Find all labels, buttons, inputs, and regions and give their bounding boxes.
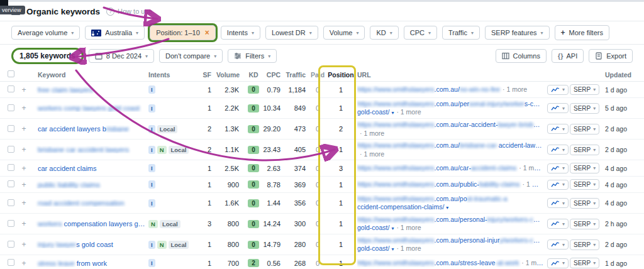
filter-chip-volume[interactable]: Volume▾	[323, 26, 365, 40]
position-history-button[interactable]: ▾	[547, 124, 569, 134]
keyword-link[interactable]: stress leave from work	[29, 260, 148, 267]
url-link-line2[interactable]: gold-coast/▾· 1 more	[357, 108, 543, 117]
url-link[interactable]: https://www.smithslawyers.com.au/persona…	[357, 236, 543, 244]
serp-button[interactable]: SERP ▾	[570, 198, 599, 209]
col-traffic[interactable]: Traffic	[286, 71, 311, 79]
export-button[interactable]: Export	[589, 49, 633, 63]
position-history-button[interactable]: ▾	[547, 163, 569, 173]
more-link[interactable]: · 1 more	[396, 244, 421, 252]
serp-button[interactable]: SERP ▾	[570, 163, 599, 173]
overview-tab[interactable]: verview	[0, 6, 25, 14]
keyword-link[interactable]: car accident claims	[29, 165, 148, 172]
position-history-button[interactable]: ▾	[547, 103, 569, 113]
api-button[interactable]: { } API	[552, 49, 584, 63]
columns-button[interactable]: Columns	[496, 49, 547, 63]
col-position[interactable]: Position	[325, 71, 357, 79]
expand-row-button[interactable]: +	[19, 259, 29, 268]
expand-row-button[interactable]: +	[19, 124, 29, 133]
keyword-link[interactable]: road accident compensation	[29, 199, 148, 207]
row-checkbox[interactable]	[8, 125, 14, 132]
url-link[interactable]: https://www.smithslawyers.com.au/no-win-…	[357, 85, 543, 94]
url-link-line2[interactable]: ccident-compensation-claims/▾	[357, 203, 543, 212]
col-keyword[interactable]: Keyword	[29, 71, 148, 79]
more-link[interactable]: · 1 more	[519, 164, 543, 172]
expand-row-button[interactable]: +	[19, 219, 29, 228]
expand-row-button[interactable]: +	[19, 180, 29, 189]
keyword-link[interactable]: workers comp lawyers gold coast	[29, 104, 148, 112]
keyword-link[interactable]: brisbane car accident lawyers	[29, 146, 148, 153]
filter-chip-lowest-dr[interactable]: Lowest DR▾	[265, 26, 318, 40]
url-link[interactable]: https://www.smithslawyers.com.au/car-acc…	[357, 164, 543, 172]
position-history-button[interactable]: ▾	[547, 145, 569, 155]
more-link[interactable]: · 1 more	[521, 259, 543, 266]
keyword-link[interactable]: car accident lawyers brisbane	[29, 125, 148, 133]
col-kd[interactable]: KD	[244, 71, 263, 79]
filter-chip-australia[interactable]: Australia▾	[85, 26, 145, 40]
col-sf[interactable]: SF	[197, 71, 216, 79]
position-history-button[interactable]: ▾	[547, 258, 569, 268]
how-to-use-link[interactable]: ? How to use	[106, 8, 152, 16]
position-history-button[interactable]: ▾	[547, 198, 569, 208]
filter-chip-cpc[interactable]: CPC▾	[404, 26, 437, 40]
url-link[interactable]: https://www.smithslawyers.com.au/stress-…	[357, 259, 543, 267]
more-link[interactable]: · 1 more	[523, 180, 544, 188]
row-checkbox[interactable]	[8, 241, 14, 248]
serp-button[interactable]: SERP ▾	[570, 179, 599, 190]
date-picker-button[interactable]: 8 Dec 2024 ▾	[89, 49, 154, 63]
row-checkbox[interactable]	[8, 259, 14, 266]
position-history-button[interactable]: ▾	[547, 239, 569, 250]
compare-dropdown[interactable]: Don't compare ▾	[159, 49, 223, 63]
url-link-line2[interactable]: gold-coast/▾· 1 more	[357, 244, 543, 253]
expand-row-button[interactable]: +	[19, 240, 29, 249]
col-volume[interactable]: Volume	[216, 71, 244, 79]
filters-button[interactable]: Filters ▾	[228, 49, 277, 63]
col-cpc[interactable]: CPC	[263, 71, 286, 79]
more-link[interactable]: · 1 more	[360, 150, 384, 158]
col-paid[interactable]: Paid	[311, 71, 325, 79]
position-history-button[interactable]: ▾	[547, 85, 569, 95]
more-link[interactable]: · 1 more	[396, 108, 421, 116]
url-link[interactable]: https://www.smithslawyers.com.au/persona…	[357, 100, 543, 108]
keyword-link[interactable]: injury lawyers gold coast	[29, 241, 148, 248]
filter-chip-position-1-10[interactable]: Position: 1–10×	[150, 25, 216, 40]
position-history-button[interactable]: ▾	[547, 180, 569, 190]
url-link-line2[interactable]: gold-coast/▾· 1 more	[357, 224, 543, 233]
expand-row-button[interactable]: +	[19, 164, 29, 173]
filter-chip-intents[interactable]: Intents▾	[221, 26, 260, 40]
filter-chip-traffic[interactable]: Traffic▾	[442, 26, 480, 40]
close-icon[interactable]: ×	[205, 28, 209, 37]
serp-button[interactable]: SERP ▾	[570, 103, 599, 114]
url-link[interactable]: https://www.smithslawyers.com.au/public-…	[357, 180, 543, 189]
url-link[interactable]: https://www.smithslawyers.com.au/car-acc…	[357, 121, 543, 129]
col-updated[interactable]: Updated	[605, 71, 644, 79]
row-checkbox[interactable]	[8, 180, 14, 187]
filter-chip-kd[interactable]: KD▾	[370, 26, 398, 40]
row-checkbox[interactable]	[8, 104, 14, 111]
url-link-line2[interactable]: · 1 more	[357, 150, 543, 158]
keyword-link[interactable]: workers compensation lawyers gold coast	[29, 220, 148, 228]
serp-button[interactable]: SERP ▾	[570, 239, 599, 250]
row-checkbox[interactable]	[8, 164, 14, 171]
col-url[interactable]: URL	[357, 71, 547, 79]
expand-row-button[interactable]: +	[19, 85, 29, 94]
keyword-link[interactable]: free claim lawyers	[29, 86, 148, 94]
row-checkbox[interactable]	[8, 199, 14, 206]
expand-row-button[interactable]: +	[19, 104, 29, 113]
url-link-line2[interactable]: · 1 more	[357, 129, 543, 138]
row-checkbox[interactable]	[8, 146, 14, 153]
position-history-button[interactable]: ▾	[547, 219, 569, 229]
expand-row-button[interactable]: +	[19, 145, 29, 154]
more-link[interactable]: · 1 more	[396, 224, 421, 231]
more-link[interactable]: · 1 more	[360, 129, 384, 137]
serp-button[interactable]: SERP ▾	[570, 84, 599, 95]
url-link[interactable]: https://www.smithslawyers.com.au/post-tr…	[357, 195, 543, 203]
filter-chip-serp-features[interactable]: SERP features▾	[485, 26, 550, 40]
serp-button[interactable]: SERP ▾	[570, 258, 599, 268]
serp-button[interactable]: SERP ▾	[570, 145, 599, 155]
more-link[interactable]: · 1 more	[502, 85, 527, 93]
serp-button[interactable]: SERP ▾	[570, 124, 599, 134]
url-link[interactable]: https://www.smithslawyers.com.au/brisban…	[357, 141, 543, 150]
row-checkbox[interactable]	[8, 85, 14, 92]
serp-button[interactable]: SERP ▾	[570, 219, 599, 229]
select-all-checkbox[interactable]	[8, 70, 14, 77]
